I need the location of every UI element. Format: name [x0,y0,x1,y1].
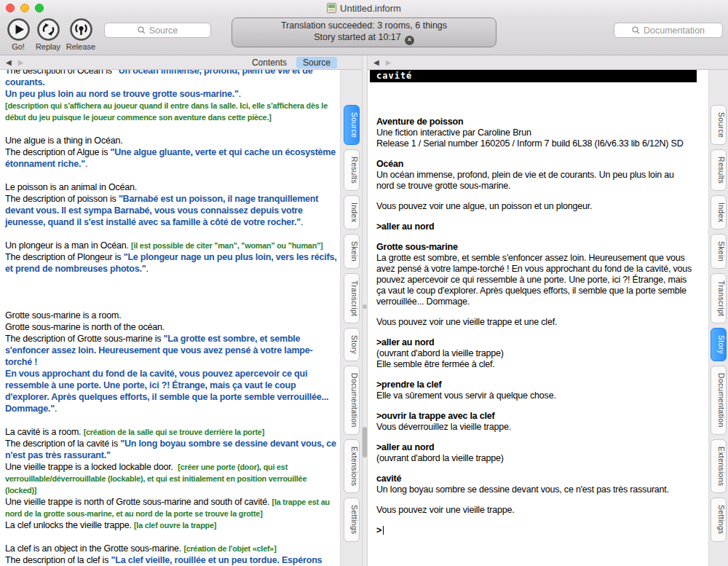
top-tab-source[interactable]: Source [296,57,337,68]
transcript-command: >aller au nord [376,337,694,348]
transcript-text: Elle semble être fermée à clef. [376,359,694,370]
transcript-text: Release 1 / Serial number 160205 / Infor… [376,138,694,149]
left-side-tab-index[interactable]: Index [344,195,360,229]
transcript-spacer [376,516,694,525]
transcript-text: Vous pouvez voir une vieille trappe. [376,505,694,516]
transcript-spacer [376,149,694,159]
replay-button[interactable]: Replay [31,17,65,51]
window-title: Untitled.inform [340,3,401,14]
source-line: The description of Océan is "Un océan im… [5,70,337,100]
transcript-spacer [376,192,694,201]
status-line-2: Story started at 10:17✕ [314,31,414,45]
transcript-prompt[interactable]: > [376,525,694,536]
right-side-tab-transcript[interactable]: Transcript [711,273,727,323]
right-side-tab-skein[interactable]: Skein [711,234,727,269]
source-line: Une algue is a thing in Océan. [5,135,337,146]
minimize-window-button[interactable] [20,4,29,12]
right-side-tab-results[interactable]: Results [711,149,727,191]
left-tab-strip: SourceResultsIndexSkeinTranscriptStoryDo… [340,70,362,566]
left-side-tab-settings[interactable]: Settings [344,498,360,541]
source-editor[interactable]: The description of Océan is "Un océan im… [0,70,340,566]
transcript-command: >ouvrir la trappe avec la clef [376,411,694,422]
go-button[interactable]: Go! [1,17,35,51]
dismiss-status-icon[interactable]: ✕ [405,36,414,45]
search-icon [632,26,640,34]
transcript-text: Un long boyau sombre se dessine devant v… [376,484,694,495]
source-line [5,123,337,135]
source-line: The description of Plongeur is "Le plong… [5,251,337,275]
story-pane: ◀ ▶ cavité Aventure de poissonUne fictio… [368,55,728,566]
source-line [5,298,337,310]
translation-status: Translation succeeded: 3 rooms, 6 things… [232,17,496,47]
source-line: Grotte sous-marine is north of the océan… [5,321,337,333]
transcript-spacer [376,401,694,411]
right-side-tab-index[interactable]: Index [711,195,727,229]
left-pane-header: ◀ ▶ ContentsSource [0,55,362,70]
scrollbar-thumb[interactable] [363,427,367,457]
source-line: La clef is an object in the Grotte sous-… [5,543,337,554]
transcript-spacer [376,232,694,242]
top-tab-contents[interactable]: Contents [245,57,293,68]
left-side-tab-documentation[interactable]: Documentation [344,366,360,435]
source-search-placeholder: Source [149,25,178,36]
source-line [5,228,337,240]
left-side-tab-extensions[interactable]: Extensions [344,439,360,493]
splitter-handle-icon[interactable] [363,304,367,309]
source-line: Une vieille trappe is north of Grotte so… [5,496,337,519]
source-line: Le poisson is an animal in Océan. [5,181,337,193]
transcript-command: >aller au nord [376,221,694,232]
title-bar: Untitled.inform [0,0,728,16]
documentation-search-input[interactable]: Documentation [614,23,723,38]
transcript-spacer [376,464,694,473]
pane-splitter[interactable] [362,55,368,566]
toolbar: Go! Replay Release [0,16,728,55]
transcript-text: La grotte est sombre, et semble s'enfonc… [376,253,694,307]
source-line: La clef unlocks the vieille trappe. [la … [5,519,337,531]
source-line: The description of Algue is "Une algue g… [5,146,337,170]
source-line: Une vieille trappe is a locked lockable … [5,461,337,496]
transcript-text: Vous pouvez voir une vieille trappe et u… [376,317,694,328]
right-side-tab-documentation[interactable]: Documentation [711,366,727,435]
right-side-tab-story[interactable]: Story [711,328,727,361]
right-side-tab-source[interactable]: Source [711,105,727,145]
left-side-tab-results[interactable]: Results [344,149,360,191]
right-side-tab-settings[interactable]: Settings [711,498,727,541]
transcript-text: (ouvrant d'abord la vieille trappe) [376,453,694,464]
transcript-text: Vous déverrouillez la vieille trappe. [376,422,694,433]
left-side-tab-skein[interactable]: Skein [344,234,360,269]
transcript-text: (ouvrant d'abord la vieille trappe) [376,348,694,359]
source-line [5,170,337,181]
right-side-tab-extensions[interactable]: Extensions [711,439,727,493]
status-line-1: Translation succeeded: 3 rooms, 6 things [281,20,447,31]
left-side-tab-transcript[interactable]: Transcript [344,273,360,323]
release-button[interactable]: Release [64,17,98,51]
forward-icon[interactable]: ▶ [386,58,392,66]
transcript-spacer [376,495,694,505]
back-icon[interactable]: ◀ [373,58,379,66]
zoom-window-button[interactable] [35,4,44,12]
source-line [5,414,337,426]
source-line [5,531,337,543]
transcript-spacer [376,433,694,442]
release-icon [64,17,98,42]
left-side-tab-story[interactable]: Story [344,328,360,361]
source-line: The description of la clef is "La clef v… [5,554,337,566]
left-side-tab-source[interactable]: Source [344,105,360,145]
go-icon [1,17,35,42]
right-pane-header: ◀ ▶ [368,55,728,70]
transcript-text: Vous pouvez voir une algue, un poisson e… [376,201,694,212]
source-pane: ◀ ▶ ContentsSource The description of Oc… [0,55,362,566]
close-window-button[interactable] [6,4,15,12]
source-search-input[interactable]: Source [104,23,211,38]
window-controls [6,4,44,12]
document-icon [327,3,336,13]
forward-icon[interactable]: ▶ [18,58,24,66]
transcript-title: Aventure de poisson [376,117,694,127]
source-line: Grotte sous-marine is a room. [5,310,337,321]
source-line [5,275,337,286]
transcript-heading: Grotte sous-marine [376,242,694,253]
replay-icon [31,17,65,42]
source-line: The description of poisson is "Barnabé e… [5,193,337,228]
back-icon[interactable]: ◀ [6,58,12,66]
transcript-spacer [376,370,694,380]
